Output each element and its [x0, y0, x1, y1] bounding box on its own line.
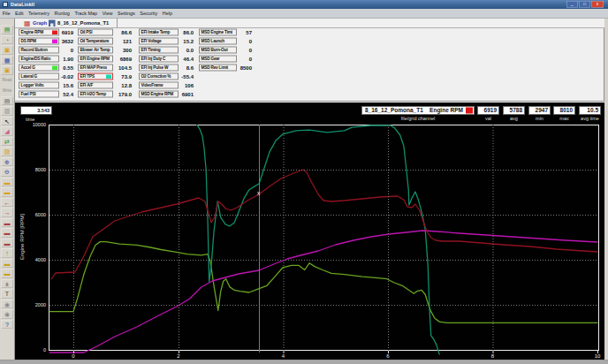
menu-bar: FileEditTelemetryRunlogTrack MapViewSett… [0, 9, 608, 19]
toolbar-button-10[interactable]: ↖ [2, 117, 13, 125]
menu-view[interactable]: View [100, 9, 115, 18]
trace-efi-tps [52, 122, 439, 354]
grid-channel-name: Engine RPM [429, 107, 463, 114]
toolbar-button-16[interactable]: ▬ [2, 178, 13, 186]
grid-line-vertical [179, 125, 179, 351]
toolbar-button-14[interactable]: ⊕ [2, 157, 13, 166]
channel-value: 8.6 [162, 64, 194, 72]
channel-value: 300 [100, 47, 132, 55]
cursor-value-marker: x [257, 190, 260, 197]
channel-value: 57 [220, 29, 252, 37]
menu-settings[interactable]: Settings [115, 9, 137, 18]
stat-label: avg [500, 116, 528, 121]
stat-label: val [475, 116, 502, 121]
toolbar-button-29[interactable]: ◉ [2, 310, 13, 319]
toolbar-button-6[interactable]: Read [2, 76, 13, 85]
menu-security[interactable]: Security [138, 9, 160, 18]
window-title: DataLinkII [11, 2, 34, 7]
stat-val: 6919 [477, 106, 499, 115]
toolbar-button-1[interactable]: ▤ [2, 26, 13, 34]
x-tick-mark [388, 351, 389, 353]
trace-ds-rpm [49, 231, 597, 353]
y-tick-label: 0 [19, 347, 46, 353]
channel-value: 12.8 [100, 82, 132, 90]
channel-value: 15.2 [162, 38, 194, 46]
x-tick-label: 8 [484, 353, 502, 359]
time-cursor-line[interactable] [259, 125, 260, 353]
grid-line-horizontal [49, 170, 598, 171]
toolbar-button-17[interactable]: ▬ [2, 188, 13, 197]
menu-help[interactable]: Help [160, 9, 175, 18]
tab-divider [117, 19, 118, 28]
close-button[interactable]: x [591, 1, 604, 8]
grid-channel-swatch [466, 108, 473, 114]
stat-avg: 5788 [503, 106, 525, 115]
y-tick-label: 2000 [19, 302, 46, 308]
channel-value: 179.0 [100, 91, 132, 99]
channel-value: 121 [100, 38, 132, 46]
toolbar-button-12[interactable]: ⇄ [2, 137, 13, 146]
toolbar-button-15[interactable]: ⊖ [2, 168, 13, 177]
channel-value: 8500 [220, 64, 252, 72]
channel-value: 46.4 [162, 56, 194, 64]
toolbar-button-26[interactable]: ± [2, 279, 13, 288]
toolbar-button-13[interactable]: ▨ [2, 148, 13, 156]
graph-grid-icon: ▦ [24, 19, 31, 27]
left-toolbar: ▤◔▣▦▣ReadWrite▤▥↖◢⇄▨⊕⊖▬▬←→▬▬▬↑▬▬±T◉◉? [0, 19, 15, 364]
menu-track-map[interactable]: Track Map [72, 9, 100, 18]
y-tick-label: 10000 [19, 122, 46, 128]
grid-line-horizontal [49, 215, 598, 216]
menu-telemetry[interactable]: Telemetry [26, 9, 51, 18]
toolbar-button-18[interactable]: ← [2, 198, 13, 207]
toolbar-button-21[interactable]: ▬ [2, 229, 13, 238]
toolbar-button-2[interactable]: ◔ [2, 35, 13, 44]
toolbar-button-27[interactable]: T [2, 290, 13, 299]
x-tick-label: 10 [589, 353, 606, 359]
toolbar-button-22[interactable]: ▬ [2, 239, 13, 247]
channel-value: -0.02 [42, 73, 73, 81]
trace-accel-g [49, 242, 597, 323]
channel-panel: Engine RPM6919DS RPM3632Record Button0En… [15, 28, 604, 102]
x-tick-mark [73, 351, 74, 353]
toolbar-button-23[interactable]: ↑ [2, 249, 13, 258]
minimize-button[interactable]: _ [566, 1, 578, 8]
channel-value: 0 [220, 56, 252, 64]
grid-line-vertical [493, 125, 494, 351]
toolbar-button-25[interactable]: ▬ [2, 269, 13, 278]
toolbar-button-3[interactable]: ▣ [2, 46, 13, 55]
channel-value: 0.55 [42, 64, 73, 72]
channel-value: 6869 [100, 56, 132, 64]
maximize-button[interactable]: □ [579, 1, 590, 8]
channel-value: 52.4 [42, 91, 73, 99]
toolbar-button-5[interactable]: ▣ [2, 66, 13, 75]
channel-value: 0 [42, 47, 73, 55]
channel-value: 106 [162, 82, 194, 90]
grid-channel-caption: file/grid channel [361, 116, 475, 121]
toolbar-button-20[interactable]: ▬ [2, 218, 13, 227]
toolbar-button-9[interactable]: ▥ [2, 107, 13, 116]
grid-channel-box[interactable]: 8_16_12_Pomona_T1 Engine RPM [361, 106, 475, 115]
toolbar-button-11[interactable]: ◢ [2, 127, 13, 136]
stat-label: min [526, 116, 553, 121]
grid-line-vertical [284, 125, 285, 351]
toolbar-button-4[interactable]: ▦ [2, 56, 13, 64]
tab-graph[interactable]: Graph [33, 20, 47, 26]
channel-value: 15.6 [42, 82, 73, 90]
x-tick-label: 2 [170, 353, 187, 359]
toolbar-button-8[interactable]: ▤ [2, 96, 13, 105]
toolbar-button-28[interactable]: ◉ [2, 300, 13, 308]
menu-runlog[interactable]: Runlog [52, 9, 72, 18]
toolbar-button-19[interactable]: → [2, 209, 13, 217]
channel-value: 104.5 [100, 64, 132, 72]
grid-channel-file: 8_16_12_Pomona_T1 [365, 107, 423, 114]
menu-edit[interactable]: Edit [12, 9, 26, 18]
grid-line-horizontal [49, 305, 598, 306]
x-tick-label: 4 [275, 353, 293, 359]
toolbar-button-24[interactable]: ▬ [2, 259, 13, 268]
menu-file[interactable]: File [0, 9, 12, 18]
toolbar-button-30[interactable]: ? [2, 320, 13, 329]
channel-value: 0.0 [162, 47, 194, 55]
floppy-icon [49, 20, 56, 27]
toolbar-button-7[interactable]: Write [2, 87, 13, 95]
channel-value: 0 [220, 47, 252, 55]
